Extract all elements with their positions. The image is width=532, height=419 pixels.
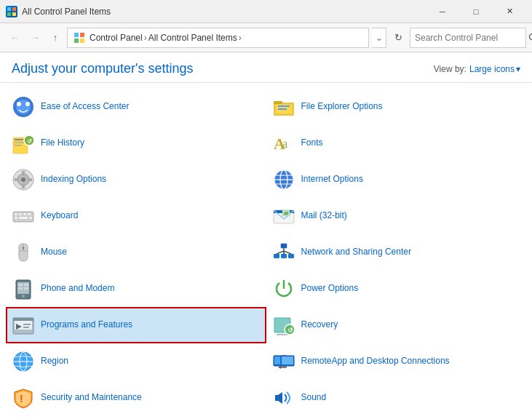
breadcrumb-control-panel[interactable]: Control Panel — [90, 33, 143, 43]
view-by-value[interactable]: Large icons ▾ — [469, 64, 520, 74]
address-path[interactable]: Control Panel › All Control Panel Items … — [67, 28, 369, 48]
keyboard-icon — [12, 204, 35, 228]
close-button[interactable]: ✕ — [493, 0, 526, 23]
svg-rect-77 — [23, 327, 29, 328]
item-mail[interactable]: ✉Mail (32-bit) — [266, 198, 527, 234]
svg-point-12 — [17, 102, 21, 106]
app-icon — [6, 6, 17, 17]
item-ease-of-access[interactable]: Ease of Access Center — [6, 89, 266, 125]
items-grid: Ease of Access CenterFile Explorer Optio… — [0, 89, 532, 416]
svg-rect-31 — [15, 178, 19, 181]
content-header: Adjust your computer's settings View by:… — [0, 52, 532, 82]
item-keyboard[interactable]: Keyboard — [6, 198, 266, 234]
svg-rect-2 — [7, 12, 11, 16]
item-file-explorer-options[interactable]: File Explorer Options — [266, 89, 527, 125]
item-sound[interactable]: Sound — [266, 380, 527, 416]
item-label-fonts: Fonts — [301, 137, 323, 149]
search-box[interactable] — [410, 28, 526, 48]
svg-rect-17 — [278, 105, 290, 107]
item-label-sound: Sound — [301, 392, 327, 404]
svg-rect-45 — [15, 217, 17, 219]
item-fonts[interactable]: AaFonts — [266, 125, 527, 161]
svg-rect-22 — [15, 145, 22, 146]
phone-icon — [12, 277, 35, 300]
item-region[interactable]: Region — [6, 343, 266, 380]
forward-button[interactable]: → — [26, 29, 44, 47]
svg-rect-5 — [80, 33, 84, 37]
svg-rect-88 — [282, 356, 293, 364]
file-history-icon: ↺ — [12, 132, 35, 155]
item-file-history[interactable]: ↺File History — [6, 125, 266, 161]
svg-rect-18 — [278, 108, 287, 110]
item-label-indexing-options: Indexing Options — [41, 174, 106, 185]
svg-rect-74 — [13, 318, 33, 321]
address-chevron[interactable]: ⌄ — [372, 28, 386, 48]
item-label-remoteapp: RemoteApp and Desktop Connections — [301, 356, 450, 367]
item-label-mail: Mail (32-bit) — [301, 210, 347, 222]
security-icon: ! — [12, 386, 35, 410]
item-internet-options[interactable]: Internet Options — [266, 161, 527, 198]
svg-rect-57 — [274, 254, 279, 258]
svg-rect-46 — [19, 217, 28, 219]
svg-rect-1 — [12, 7, 16, 11]
address-bar: ← → ↑ Control Panel › All Control Panel … — [0, 23, 532, 52]
breadcrumb-all-items[interactable]: All Control Panel Items — [148, 33, 237, 43]
item-label-programs-features: Programs and Features — [41, 319, 132, 331]
item-remoteapp[interactable]: RemoteApp and Desktop Connections — [266, 343, 527, 380]
item-label-internet-options: Internet Options — [301, 174, 363, 185]
item-indexing-options[interactable]: Indexing Options — [6, 161, 266, 198]
svg-marker-89 — [278, 366, 281, 369]
svg-rect-92 — [275, 395, 278, 401]
svg-rect-7 — [80, 39, 84, 43]
minimize-button[interactable]: ─ — [426, 0, 459, 23]
item-label-power-options: Power Options — [301, 283, 359, 295]
search-icon[interactable] — [528, 28, 532, 47]
search-input[interactable] — [410, 33, 528, 43]
window-controls: ─ □ ✕ — [426, 0, 526, 23]
maximize-button[interactable]: □ — [459, 0, 493, 23]
items-area: Ease of Access CenterFile Explorer Optio… — [0, 86, 532, 419]
divider — [0, 82, 532, 83]
item-label-region: Region — [41, 356, 68, 367]
svg-rect-76 — [23, 324, 31, 325]
svg-rect-42 — [19, 213, 22, 215]
item-power-options[interactable]: Power Options — [266, 271, 527, 307]
svg-text:a: a — [282, 137, 287, 150]
refresh-button[interactable]: ↻ — [389, 29, 407, 47]
window-title: All Control Panel Items — [22, 7, 426, 17]
svg-point-13 — [25, 102, 30, 106]
svg-rect-6 — [74, 39, 79, 43]
svg-rect-70 — [24, 287, 28, 290]
svg-rect-47 — [29, 217, 32, 219]
svg-text:↺: ↺ — [287, 327, 293, 334]
svg-rect-15 — [274, 101, 282, 104]
item-programs-features[interactable]: Programs and Features — [6, 307, 266, 343]
item-recovery[interactable]: ↺Recovery — [266, 307, 527, 343]
back-button[interactable]: ← — [6, 29, 23, 47]
internet-icon — [272, 168, 295, 191]
item-mouse[interactable]: Mouse — [6, 234, 266, 271]
main-content: Adjust your computer's settings View by:… — [0, 52, 532, 419]
svg-text:!: ! — [20, 393, 23, 404]
svg-rect-41 — [15, 213, 17, 215]
svg-rect-20 — [15, 139, 23, 140]
svg-rect-3 — [12, 12, 16, 16]
mail-icon: ✉ — [272, 204, 295, 228]
svg-rect-43 — [23, 213, 26, 215]
ease-icon — [12, 95, 35, 119]
svg-rect-59 — [288, 254, 294, 258]
item-label-recovery: Recovery — [301, 319, 338, 331]
item-phone-modem[interactable]: Phone and Modem — [6, 271, 266, 307]
svg-rect-58 — [281, 254, 287, 258]
region-icon — [12, 350, 35, 373]
view-by-label: View by: — [434, 64, 467, 74]
item-label-phone-modem: Phone and Modem — [41, 283, 114, 295]
item-label-security-maintenance: Security and Maintenance — [41, 392, 142, 404]
svg-point-33 — [21, 177, 25, 182]
svg-line-62 — [284, 251, 291, 254]
item-label-network-sharing: Network and Sharing Center — [301, 247, 411, 258]
mouse-icon — [12, 241, 35, 264]
up-button[interactable]: ↑ — [47, 29, 64, 47]
item-network-sharing[interactable]: Network and Sharing Center — [266, 234, 527, 271]
item-security-maintenance[interactable]: !Security and Maintenance — [6, 380, 266, 416]
